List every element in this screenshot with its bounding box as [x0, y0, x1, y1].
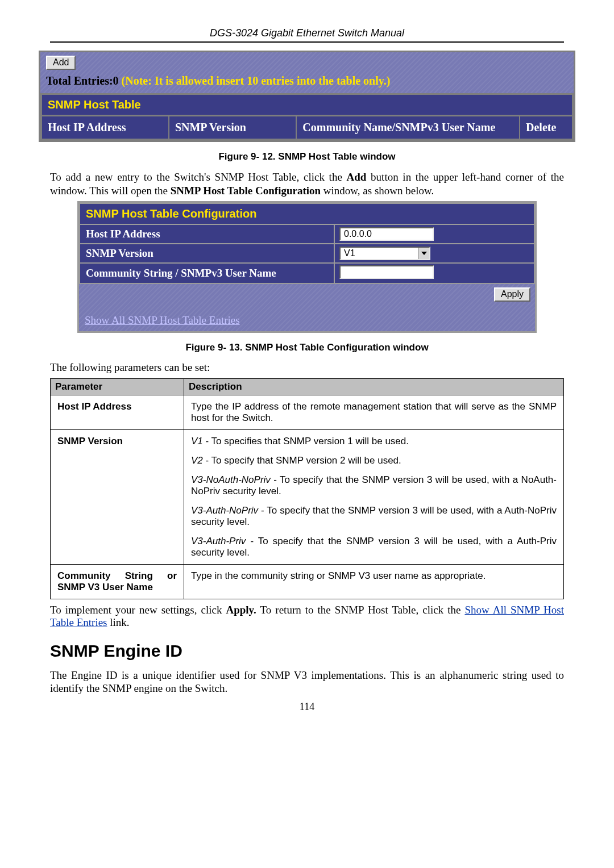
snmp-version-select[interactable]: V1 [339, 247, 430, 260]
text: To add a new entry to the Switch's SNMP … [50, 171, 347, 183]
v2-ital: V2 [191, 455, 203, 466]
v1-ital: V1 [191, 436, 203, 446]
v3an-ital: V3-Auth-NoPriv [191, 505, 258, 516]
figure-9-13-caption: Figure 9- 13. SNMP Host Table Configurat… [50, 342, 564, 353]
text: To return to the SNMP Host Table, click … [256, 604, 465, 616]
add-button[interactable]: Add [46, 56, 76, 70]
total-entries-note: Total Entries:0 (Note: It is allowed ins… [46, 70, 568, 90]
page-number: 114 [50, 701, 564, 713]
param-name-community: Community String or SNMP V3 User Name [51, 564, 184, 599]
window-name-bold: SNMP Host Table Configuration [171, 185, 321, 197]
col-host-ip: Host IP Address [42, 116, 169, 140]
col-snmp-version: SNMP Version [169, 116, 296, 140]
total-entries-count: Total Entries:0 [46, 74, 122, 87]
snmp-host-table: SNMP Host Table Host IP Address SNMP Ver… [40, 93, 574, 140]
param-desc-snmpver: V1 - To specifies that SNMP version 1 wi… [184, 429, 564, 564]
param-desc-hostip: Type the IP address of the remote manage… [184, 395, 564, 429]
engine-id-paragraph: The Engine ID is a unique identifier use… [50, 669, 564, 696]
dropdown-arrow-icon[interactable] [418, 248, 429, 259]
v3ap-text: - To specify that the SNMP version 3 wil… [191, 536, 557, 558]
apply-button[interactable]: Apply [494, 287, 530, 302]
label-host-ip: Host IP Address [80, 224, 334, 244]
parameter-table: Parameter Description Host IP Address Ty… [50, 378, 564, 599]
show-all-entries-link[interactable]: Show All SNMP Host Table Entries [79, 314, 535, 331]
param-header-description: Description [184, 378, 564, 395]
add-bold: Add [347, 171, 367, 183]
v3nn-ital: V3-NoAuth-NoPriv [191, 474, 271, 485]
v1-text: - To specifies that SNMP version 1 will … [203, 436, 409, 446]
text: window, as shown below. [321, 185, 434, 197]
snmp-version-value: V1 [341, 248, 418, 259]
snmp-host-table-screenshot: Add Total Entries:0 (Note: It is allowed… [39, 51, 575, 142]
section-heading-engine-id: SNMP Engine ID [50, 641, 564, 661]
community-input[interactable] [339, 265, 434, 279]
add-instructions-paragraph: To add a new entry to the Switch's SNMP … [50, 170, 564, 198]
host-ip-input[interactable]: 0.0.0.0 [339, 227, 434, 241]
snmp-host-table-title: SNMP Host Table [42, 94, 573, 116]
text: To implement your new settings, click [50, 604, 226, 616]
col-delete: Delete [520, 116, 573, 140]
total-entries-warning: (Note: It is allowed insert 10 entries i… [122, 74, 391, 87]
param-desc-community: Type in the community string or SNMP V3 … [184, 564, 564, 599]
v3ap-ital: V3-Auth-Priv [191, 536, 246, 546]
param-header-parameter: Parameter [51, 378, 184, 395]
col-community: Community Name/SNMPv3 User Name [296, 116, 520, 140]
config-title: SNMP Host Table Configuration [80, 203, 534, 224]
param-name-hostip: Host IP Address [51, 395, 184, 429]
param-name-snmpver: SNMP Version [51, 429, 184, 564]
apply-bold: Apply. [226, 604, 256, 616]
chevron-down-icon [421, 252, 427, 255]
v2-text: - To specify that SNMP version 2 will be… [203, 455, 401, 466]
param-intro: The following parameters can be set: [50, 361, 564, 374]
text: link. [107, 616, 130, 628]
header-rule [50, 41, 564, 43]
snmp-host-config-screenshot: SNMP Host Table Configuration Host IP Ad… [77, 201, 537, 333]
label-community: Community String / SNMPv3 User Name [80, 263, 334, 283]
after-table-text: To implement your new settings, click Ap… [50, 604, 564, 629]
figure-9-12-caption: Figure 9- 12. SNMP Host Table window [50, 151, 564, 162]
label-snmp-version: SNMP Version [80, 244, 334, 263]
doc-header: DGS-3024 Gigabit Ethernet Switch Manual [50, 27, 564, 39]
